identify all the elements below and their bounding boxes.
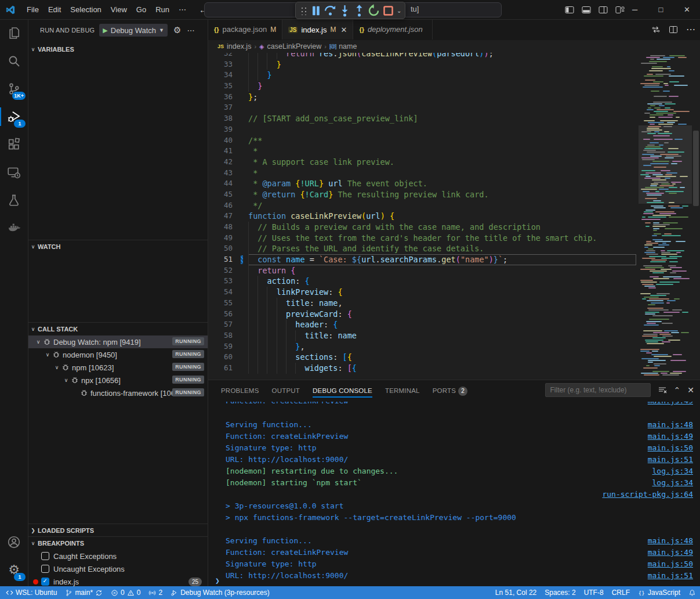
panel-tab-terminal[interactable]: TERMINAL bbox=[380, 381, 425, 400]
minimize-button[interactable]: ─ bbox=[622, 0, 648, 19]
statusbar-remote[interactable]: WSL: Ubuntu bbox=[0, 586, 61, 599]
gutter-marker[interactable] bbox=[233, 243, 248, 254]
call-stack-row[interactable]: ∨nodemon [9450]RUNNING bbox=[28, 348, 208, 361]
menu-view[interactable]: View bbox=[106, 3, 132, 16]
code-editor[interactable]: 32 return res.json(caseLinkPreview(parse… bbox=[208, 53, 700, 380]
code-line[interactable]: 58 title: name bbox=[208, 330, 636, 341]
gutter-marker[interactable] bbox=[233, 254, 248, 265]
call-stack-row[interactable]: functions-framework [106...RUNNING bbox=[28, 387, 208, 399]
debug-toolbar-more-icon[interactable]: ⌄ bbox=[396, 8, 402, 14]
menu-more[interactable]: ⋯ bbox=[174, 3, 191, 16]
code-line[interactable]: 43 * bbox=[208, 168, 636, 179]
gutter-marker[interactable] bbox=[233, 102, 248, 113]
call-stack-row[interactable]: ∨npm [10623]RUNNING bbox=[28, 361, 208, 374]
gutter-marker[interactable] bbox=[233, 70, 248, 81]
gutter-marker[interactable] bbox=[233, 211, 248, 222]
toggle-primary-sidebar-icon[interactable] bbox=[565, 5, 574, 15]
statusbar-notifications[interactable] bbox=[684, 586, 700, 599]
breakpoint-row[interactable]: Caught Exceptions bbox=[28, 550, 208, 562]
configure-gear-icon[interactable]: ⚙ bbox=[173, 25, 181, 35]
toggle-panel-icon[interactable] bbox=[582, 5, 591, 15]
split-editor-icon[interactable] bbox=[669, 25, 678, 34]
statusbar-ports[interactable]: 2 bbox=[144, 586, 166, 599]
gutter-marker[interactable] bbox=[233, 309, 248, 320]
editor-more-icon[interactable]: ⋯ bbox=[686, 24, 695, 35]
console-filter-input[interactable] bbox=[545, 383, 651, 397]
panel-tab-debug-console[interactable]: DEBUG CONSOLE bbox=[308, 381, 377, 400]
pause-button[interactable] bbox=[309, 3, 323, 17]
breakpoint-checkbox[interactable] bbox=[41, 565, 49, 573]
code-line[interactable]: 36}; bbox=[208, 92, 636, 103]
gutter-marker[interactable] bbox=[233, 157, 248, 168]
activity-search[interactable] bbox=[0, 47, 28, 75]
console-source-link[interactable]: run-script-pkg.js:64 bbox=[602, 489, 693, 500]
menu-selection[interactable]: Selection bbox=[66, 3, 106, 16]
gutter-marker[interactable] bbox=[233, 330, 248, 341]
gutter-marker[interactable] bbox=[233, 92, 248, 103]
stop-button[interactable] bbox=[381, 3, 396, 17]
code-line[interactable]: 46 */ bbox=[208, 200, 636, 211]
breakpoint-checkbox[interactable] bbox=[41, 578, 49, 586]
menu-go[interactable]: Go bbox=[132, 3, 151, 16]
toggle-secondary-sidebar-icon[interactable] bbox=[599, 5, 608, 15]
settings-button[interactable]: ⚙1 bbox=[0, 556, 28, 584]
statusbar-debug[interactable]: Debug Watch (3p-resources) bbox=[166, 586, 274, 599]
code-line[interactable]: 34 } bbox=[208, 70, 636, 81]
gutter-marker[interactable] bbox=[233, 200, 248, 211]
menu-edit[interactable]: Edit bbox=[43, 3, 66, 16]
loaded-scripts-header[interactable]: ❯LOADED SCRIPTS bbox=[28, 524, 208, 537]
accounts-button[interactable] bbox=[0, 528, 28, 556]
panel-tab-output[interactable]: OUTPUT bbox=[267, 381, 304, 400]
debug-toolbar-drag-handle[interactable] bbox=[300, 6, 307, 15]
console-source-link[interactable]: main.js:48 bbox=[648, 535, 693, 547]
gutter-marker[interactable] bbox=[233, 189, 248, 200]
code-line[interactable]: 57 header: { bbox=[208, 319, 636, 330]
breakpoint-row[interactable]: index.js25 bbox=[28, 575, 208, 586]
editor-tab[interactable]: {} package.json M bbox=[208, 19, 282, 39]
gutter-marker[interactable] bbox=[233, 363, 248, 374]
launch-config-picker[interactable]: ▶ Debug Watch ▼ bbox=[99, 24, 168, 37]
code-line[interactable]: 60 sections: [{ bbox=[208, 352, 636, 363]
statusbar-eol[interactable]: CRLF bbox=[608, 586, 634, 599]
gutter-marker[interactable] bbox=[233, 178, 248, 189]
minimap[interactable] bbox=[639, 53, 692, 380]
breakpoints-header[interactable]: ∨BREAKPOINTS bbox=[28, 536, 208, 550]
activity-source-control[interactable]: 1K+ bbox=[0, 75, 28, 103]
breadcrumb-file[interactable]: index.js bbox=[227, 42, 251, 50]
gutter-marker[interactable] bbox=[233, 352, 248, 363]
gutter-marker[interactable] bbox=[233, 319, 248, 330]
gutter-marker[interactable] bbox=[233, 124, 248, 135]
maximize-panel-icon[interactable]: ⌃ bbox=[674, 385, 681, 395]
code-line[interactable]: 47function caseLinkPreview(url) { bbox=[208, 211, 636, 222]
code-line[interactable]: 53 action: { bbox=[208, 276, 636, 287]
code-line[interactable]: 52 return { bbox=[208, 265, 636, 276]
breakpoint-row[interactable]: Uncaught Exceptions bbox=[28, 562, 208, 575]
step-into-button[interactable] bbox=[338, 3, 352, 17]
console-source-link[interactable]: main.js:49 bbox=[648, 547, 693, 558]
code-line[interactable]: 41 * bbox=[208, 146, 636, 157]
gutter-marker[interactable] bbox=[233, 81, 248, 92]
close-tab-icon[interactable]: ✕ bbox=[341, 26, 347, 34]
gutter-marker[interactable] bbox=[233, 59, 248, 70]
editor-scrollbar[interactable] bbox=[692, 53, 700, 380]
code-line[interactable]: 56 previewCard: { bbox=[208, 309, 636, 320]
console-source-link[interactable]: main.js:50 bbox=[648, 442, 693, 454]
gutter-marker[interactable] bbox=[233, 233, 248, 244]
code-line[interactable]: 61 widgets: [{ bbox=[208, 363, 636, 374]
gutter-marker[interactable] bbox=[233, 276, 248, 287]
close-button[interactable]: ✕ bbox=[674, 0, 700, 19]
code-line[interactable]: 55 title: name, bbox=[208, 298, 636, 309]
call-stack-row[interactable]: ∨Debug Watch: npm [9419]RUNNING bbox=[28, 335, 208, 348]
statusbar-indent[interactable]: Spaces: 2 bbox=[541, 586, 579, 599]
console-source-link[interactable]: main.js:49 bbox=[648, 431, 693, 442]
statusbar-encoding[interactable]: UTF-8 bbox=[580, 586, 608, 599]
gutter-marker[interactable] bbox=[233, 113, 248, 124]
debug-console[interactable]: Function: createLinkPreviewmain.js:49Ser… bbox=[208, 400, 700, 586]
code-line[interactable]: 38// [START add_ons_case_preview_link] bbox=[208, 113, 636, 124]
breadcrumb-symbol[interactable]: caseLinkPreview bbox=[267, 42, 322, 50]
gutter-marker[interactable] bbox=[233, 53, 248, 59]
clear-console-icon[interactable] bbox=[658, 385, 667, 395]
menu-file[interactable]: File bbox=[22, 3, 43, 16]
panel-tab-problems[interactable]: PROBLEMS bbox=[216, 381, 264, 400]
console-prompt[interactable]: ❯ bbox=[215, 576, 220, 585]
